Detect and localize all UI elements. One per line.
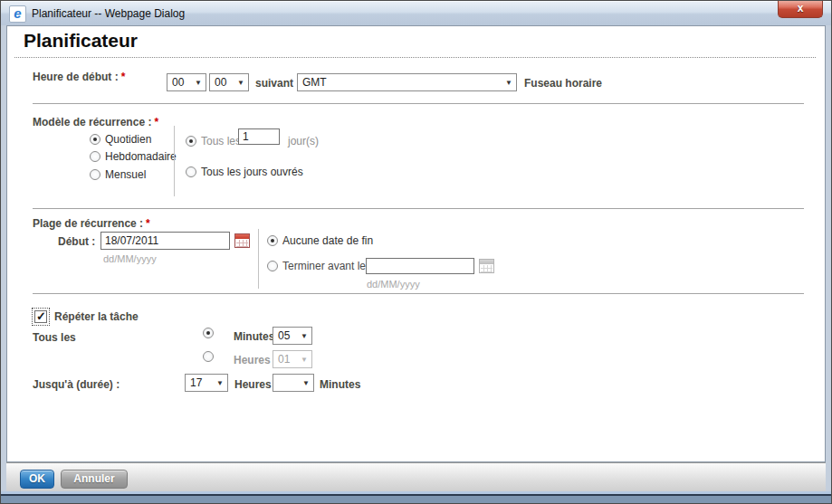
every-label: Tous les xyxy=(201,135,241,147)
repeat-task-checkbox[interactable] xyxy=(34,310,47,323)
until-minutes-label: Minutes xyxy=(320,378,360,391)
weekdays-label[interactable]: Tous les jours ouvrés xyxy=(201,166,303,178)
start-date-input[interactable] xyxy=(100,232,230,250)
section-divider xyxy=(33,103,804,104)
timezone-select[interactable]: GMT▼ xyxy=(297,73,517,91)
radio-weekdays[interactable] xyxy=(186,166,196,177)
planificateur-dialog: { "window": { "title": "Planificateur --… xyxy=(0,0,832,504)
start-time-label: Heure de début :* xyxy=(33,71,125,83)
ok-button[interactable]: OK xyxy=(20,470,54,489)
every-days-input[interactable] xyxy=(238,128,280,145)
repeat-minutes-select[interactable]: 05▼ xyxy=(273,327,312,345)
end-date-format-hint: dd/MM/yyyy xyxy=(367,279,420,290)
cancel-button[interactable]: Annuler xyxy=(61,470,128,489)
start-hour-select[interactable]: 00▼ xyxy=(167,73,206,91)
start-minute-select[interactable]: 00▼ xyxy=(209,73,249,91)
every-unit-label: jour(s) xyxy=(288,135,319,147)
until-hours-select[interactable]: 17▼ xyxy=(185,374,228,392)
until-duration-label: Jusqu'à (durée) : xyxy=(33,378,120,391)
start-date-format-hint: dd/MM/yyyy xyxy=(103,253,157,264)
repeat-hours-label: Heures xyxy=(234,354,271,366)
radio-every-n-days[interactable] xyxy=(186,136,196,147)
pattern-label: Modèle de récurrence :* xyxy=(33,116,158,128)
chevron-down-icon: ▼ xyxy=(301,356,308,364)
title-bar[interactable]: e Planificateur -- Webpage Dialog xyxy=(1,1,831,25)
radio-quotidien-label[interactable]: Quotidien xyxy=(105,133,151,146)
section-divider xyxy=(33,293,804,294)
radio-repeat-minutes[interactable] xyxy=(203,328,214,338)
chevron-down-icon: ▼ xyxy=(505,79,512,87)
calendar-icon-disabled xyxy=(479,259,494,273)
window-frame-base xyxy=(1,496,831,503)
page-title: Planificateur xyxy=(24,30,138,52)
radio-repeat-hours[interactable] xyxy=(203,351,214,362)
repeat-task-label[interactable]: Répéter la tâche xyxy=(54,310,139,323)
chevron-down-icon: ▼ xyxy=(237,79,244,87)
required-asterisk: * xyxy=(121,71,126,83)
radio-mensuel-label[interactable]: Mensuel xyxy=(105,168,146,181)
window-title: Planificateur -- Webpage Dialog xyxy=(32,7,185,20)
radio-hebdomadaire-label[interactable]: Hebdomadaire xyxy=(105,150,177,163)
until-hours-label: Heures xyxy=(234,378,272,391)
repeat-minutes-label: Minutes xyxy=(234,330,274,343)
radio-no-end-date[interactable] xyxy=(267,235,278,246)
radio-quotidien[interactable] xyxy=(90,134,100,145)
repeat-every-label: Tous les xyxy=(33,331,76,344)
ie-icon: e xyxy=(9,5,26,23)
radio-hebdomadaire[interactable] xyxy=(90,151,100,162)
chevron-down-icon: ▼ xyxy=(216,379,224,387)
end-date-input[interactable] xyxy=(366,258,474,274)
chevron-down-icon: ▼ xyxy=(195,79,202,87)
footer-bar: OK Annuler xyxy=(6,462,826,491)
range-label: Plage de récurrence :* xyxy=(33,217,150,230)
radio-mensuel[interactable] xyxy=(90,169,100,180)
pattern-divider xyxy=(174,126,175,196)
end-before-label[interactable]: Terminer avant le : xyxy=(282,260,372,272)
dialog-content: Planificateur Heure de début :* 00▼ 00▼ … xyxy=(6,25,826,462)
repeat-hours-select: 01▼ xyxy=(273,350,312,368)
heading-divider xyxy=(14,57,816,58)
close-button[interactable]: x xyxy=(778,0,823,18)
suivant-label: suivant xyxy=(255,77,293,90)
no-end-date-label[interactable]: Aucune date de fin xyxy=(282,234,373,247)
required-asterisk: * xyxy=(146,217,150,230)
calendar-icon[interactable] xyxy=(234,233,250,248)
start-date-label: Début : xyxy=(58,235,95,248)
required-asterisk: * xyxy=(154,116,158,128)
radio-end-before[interactable] xyxy=(267,261,278,271)
section-divider xyxy=(33,208,804,209)
chevron-down-icon: ▼ xyxy=(302,379,310,387)
timezone-label: Fuseau horaire xyxy=(524,77,602,90)
until-minutes-select[interactable]: ▼ xyxy=(273,374,314,392)
range-divider xyxy=(258,229,259,289)
chevron-down-icon: ▼ xyxy=(301,332,308,340)
